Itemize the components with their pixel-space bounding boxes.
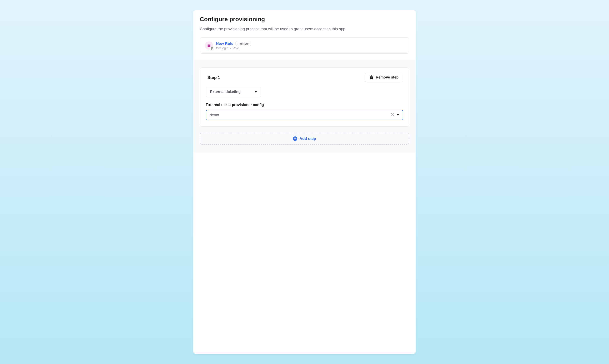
step-title: Step 1 <box>206 75 220 80</box>
role-summary-card: New Role member Onelogin • Role <box>200 37 409 54</box>
app-icon <box>205 41 213 50</box>
svg-rect-10 <box>371 76 372 76</box>
steps-section: Step 1 Remove step External ticketing Ex… <box>193 60 416 153</box>
role-link[interactable]: New Role <box>216 41 233 46</box>
remove-step-label: Remove step <box>376 75 399 79</box>
step-type-value: External ticketing <box>210 90 241 94</box>
svg-rect-2 <box>209 45 209 46</box>
svg-rect-6 <box>212 49 213 49</box>
config-label: External ticket provisioner config <box>206 103 403 107</box>
svg-rect-7 <box>213 49 213 50</box>
header-section: Configure provisioning Configure the pro… <box>193 10 416 60</box>
plus-circle-icon <box>293 136 297 141</box>
config-select-dropdown[interactable]: demo <box>206 110 403 120</box>
qr-icon <box>210 47 214 50</box>
remove-step-button[interactable]: Remove step <box>365 73 403 82</box>
role-subtext: Onelogin • Role <box>216 46 251 50</box>
role-provider: Onelogin <box>216 46 228 50</box>
trash-icon <box>370 76 373 79</box>
svg-rect-1 <box>209 44 210 45</box>
svg-rect-5 <box>211 49 212 50</box>
page-title: Configure provisioning <box>200 16 409 23</box>
svg-rect-4 <box>212 48 213 48</box>
add-step-label: Add step <box>299 136 316 141</box>
role-title-row: New Role member <box>216 41 251 46</box>
role-kind: Role <box>233 46 239 50</box>
step-header: Step 1 Remove step <box>206 73 403 82</box>
config-select-value: demo <box>210 113 219 117</box>
role-type-chip: member <box>235 41 251 46</box>
step-card: Step 1 Remove step External ticketing Ex… <box>200 67 409 127</box>
step-type-dropdown[interactable]: External ticketing <box>206 87 261 97</box>
configure-provisioning-card: Configure provisioning Configure the pro… <box>193 10 416 354</box>
svg-rect-3 <box>211 48 212 48</box>
role-info: New Role member Onelogin • Role <box>216 41 251 50</box>
chevron-down-icon <box>255 91 257 92</box>
page-description: Configure the provisioning process that … <box>200 27 409 31</box>
chevron-down-icon <box>397 114 399 116</box>
add-step-button[interactable]: Add step <box>200 133 409 144</box>
clear-icon[interactable] <box>391 113 394 117</box>
